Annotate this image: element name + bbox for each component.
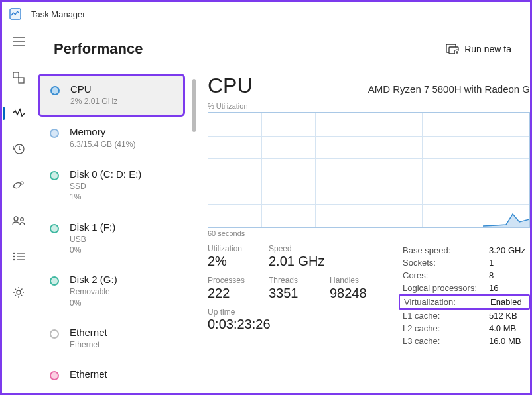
detail-subtitle: AMD Ryzen 7 5800H with Radeon G <box>368 84 530 95</box>
list-item-label: Memory <box>70 126 135 137</box>
prop-key: L1 cache: <box>403 311 489 321</box>
prop-key: L3 cache: <box>403 336 489 346</box>
nav-menu-button[interactable] <box>5 28 32 55</box>
list-item-label: CPU <box>70 84 117 95</box>
stat-value: 0:03:23:26 <box>208 317 380 332</box>
prop-val: 3.20 GHz <box>489 245 525 255</box>
list-item-sub: SSD 1% <box>70 181 141 202</box>
stat-label: Speed <box>269 244 342 253</box>
disk-dot-icon <box>50 276 59 286</box>
nav-services[interactable] <box>5 279 32 306</box>
prop-key: Virtualization: <box>404 297 490 307</box>
prop-val: 512 KB <box>489 311 517 321</box>
list-item-label: Ethernet <box>70 327 107 338</box>
cpu-properties: Base speed:3.20 GHz Sockets:1 Cores:8 Lo… <box>399 244 530 347</box>
cpu-stats: Utilization 2% Speed 2.01 GHz <box>208 244 380 347</box>
list-item-sub: 6.3/15.4 GB (41%) <box>70 139 135 150</box>
svg-point-10 <box>13 253 15 254</box>
nav-details[interactable] <box>5 243 32 270</box>
stat-value: 98248 <box>330 286 380 301</box>
list-item-label: Ethernet <box>70 368 107 380</box>
nav-processes[interactable] <box>5 64 32 91</box>
svg-rect-5 <box>19 78 24 83</box>
list-item-label: Disk 1 (F:) <box>70 221 115 233</box>
performance-list: CPU 2% 2.01 GHz Memory 6.3/15.4 GB (41%) <box>36 72 189 393</box>
stat-label: Up time <box>208 308 380 317</box>
list-item-disk2[interactable]: Disk 2 (G:) Removable 0% <box>38 264 185 317</box>
list-item-ethernet-1[interactable]: Ethernet Ethernet <box>38 317 185 359</box>
svg-point-12 <box>13 256 15 257</box>
prop-row-virtualization: Virtualization:Enabled <box>399 294 530 310</box>
nav-performance[interactable] <box>5 100 32 127</box>
nav-app-history[interactable] <box>5 136 32 162</box>
disk-dot-icon <box>50 224 59 233</box>
prop-key: Logical processors: <box>403 283 489 293</box>
run-new-task-button[interactable]: Run new ta <box>446 44 511 54</box>
list-item-sub: Removable 0% <box>70 286 117 308</box>
svg-point-9 <box>21 218 24 221</box>
list-item-ethernet-2[interactable]: Ethernet <box>38 359 185 392</box>
run-new-task-label: Run new ta <box>464 44 511 54</box>
titlebar: Task Manager — <box>2 2 530 26</box>
list-item-sub: Ethernet <box>70 339 107 350</box>
detail-pane: CPU AMD Ryzen 7 5800H with Radeon G % Ut… <box>198 72 530 393</box>
prop-key: Sockets: <box>403 258 489 268</box>
prop-key: L2 cache: <box>403 323 489 333</box>
scroll-thumb[interactable] <box>192 79 196 132</box>
stat-label: Handles <box>330 276 380 285</box>
nav-users[interactable] <box>5 207 32 234</box>
nav-startup-apps[interactable] <box>5 172 32 198</box>
list-item-label: Disk 0 (C: D: E:) <box>70 168 141 180</box>
list-item-sub: 2% 2.01 GHz <box>70 96 117 107</box>
nav-rail <box>2 26 35 393</box>
stat-value: 3351 <box>269 286 319 301</box>
list-item-disk0[interactable]: Disk 0 (C: D: E:) SSD 1% <box>38 159 185 212</box>
stat-label: Processes <box>208 276 258 285</box>
app-icon <box>7 6 23 22</box>
disk-dot-icon <box>50 171 59 180</box>
list-item-memory[interactable]: Memory 6.3/15.4 GB (41%) <box>38 117 185 158</box>
minimize-button[interactable]: — <box>494 2 525 26</box>
list-scrollbar[interactable] <box>189 72 198 393</box>
prop-val: 16 <box>489 283 498 293</box>
prop-val: 8 <box>489 270 494 280</box>
cpu-dot-icon <box>50 86 60 95</box>
detail-title: CPU <box>208 74 253 98</box>
svg-rect-4 <box>13 72 19 78</box>
memory-dot-icon <box>50 129 59 138</box>
list-item-cpu[interactable]: CPU 2% 2.01 GHz <box>38 74 185 117</box>
stat-value: 2% <box>208 254 258 269</box>
chart-footer: 60 seconds <box>208 229 530 237</box>
stat-value: 2.01 GHz <box>269 254 342 269</box>
stat-label: Threads <box>269 276 319 285</box>
prop-val: Enabled <box>490 297 522 307</box>
prop-val: 16.0 MB <box>489 336 521 346</box>
prop-key: Cores: <box>403 270 489 280</box>
svg-point-8 <box>14 217 18 221</box>
svg-point-14 <box>13 259 15 260</box>
cpu-utilization-chart <box>208 112 530 228</box>
app-title: Task Manager <box>31 9 86 19</box>
list-item-sub: USB 0% <box>70 234 115 255</box>
ethernet-dot-icon <box>50 329 59 339</box>
run-new-task-icon <box>446 44 459 54</box>
page-title: Performance <box>54 40 446 58</box>
svg-point-16 <box>17 290 21 294</box>
prop-key: Base speed: <box>403 245 489 255</box>
chart-header: % Utilization <box>208 102 530 110</box>
svg-point-7 <box>21 182 23 184</box>
stat-value: 222 <box>208 286 258 301</box>
list-item-disk1[interactable]: Disk 1 (F:) USB 0% <box>38 212 185 265</box>
prop-val: 4.0 MB <box>489 323 516 333</box>
ethernet-dot-icon <box>50 371 59 380</box>
prop-val: 1 <box>489 258 494 268</box>
list-item-label: Disk 2 (G:) <box>70 274 117 285</box>
stat-label: Utilization <box>208 244 258 253</box>
